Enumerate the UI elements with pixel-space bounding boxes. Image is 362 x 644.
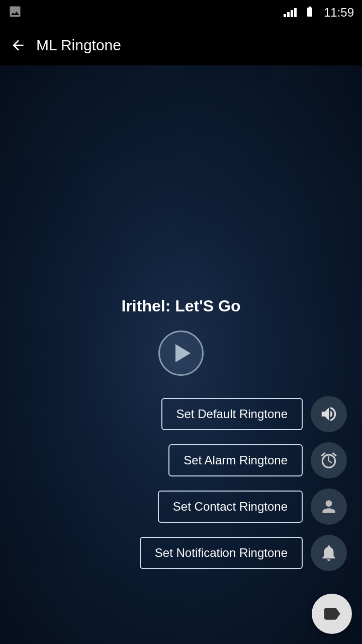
set-notification-ringtone-button[interactable]: Set Notification Ringtone bbox=[140, 537, 303, 569]
contact-icon-button[interactable] bbox=[311, 489, 347, 525]
play-button-area bbox=[158, 331, 204, 376]
image-status-icon bbox=[8, 5, 22, 21]
volume-icon-button[interactable] bbox=[311, 396, 347, 432]
song-title: Irithel: Let'S Go bbox=[122, 297, 241, 315]
top-app-bar: ML Ringtone bbox=[0, 25, 362, 65]
set-alarm-ringtone-button[interactable]: Set Alarm Ringtone bbox=[168, 444, 303, 476]
play-triangle-icon bbox=[175, 344, 191, 362]
ringtone-buttons-container: Set Default Ringtone Set Alarm Ringtone … bbox=[0, 396, 362, 581]
alarm-ringtone-row: Set Alarm Ringtone bbox=[0, 442, 347, 478]
signal-icon bbox=[284, 8, 297, 17]
main-content: Irithel: Let'S Go Set Default Ringtone S… bbox=[0, 65, 362, 644]
fab-tag-button[interactable] bbox=[312, 594, 352, 634]
status-bar: 11:59 bbox=[0, 0, 362, 25]
page-title: ML Ringtone bbox=[36, 37, 121, 54]
alarm-icon-button[interactable] bbox=[311, 442, 347, 478]
set-default-ringtone-button[interactable]: Set Default Ringtone bbox=[161, 398, 303, 430]
song-title-area: Irithel: Let'S Go bbox=[122, 297, 241, 315]
status-icons: 11:59 bbox=[284, 6, 354, 20]
battery-icon bbox=[304, 6, 316, 20]
back-button[interactable] bbox=[10, 37, 26, 53]
set-contact-ringtone-button[interactable]: Set Contact Ringtone bbox=[158, 491, 303, 523]
default-ringtone-row: Set Default Ringtone bbox=[0, 396, 347, 432]
bell-icon-button[interactable] bbox=[311, 535, 347, 571]
notification-ringtone-row: Set Notification Ringtone bbox=[0, 535, 347, 571]
play-button[interactable] bbox=[158, 331, 204, 376]
contact-ringtone-row: Set Contact Ringtone bbox=[0, 489, 347, 525]
status-time: 11:59 bbox=[324, 6, 354, 20]
